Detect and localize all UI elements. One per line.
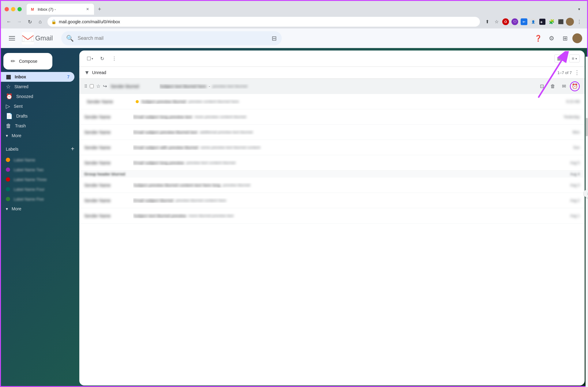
back-btn[interactable]: ←: [5, 17, 13, 26]
sidebar-item-sent[interactable]: ▷ Sent: [1, 101, 74, 111]
trash-icon: 🗑: [6, 123, 11, 129]
email-row-2[interactable]: Sender Name Subject preview blurred prev…: [79, 94, 585, 109]
sidebar-item-snoozed[interactable]: ⏰ Snoozed: [1, 92, 74, 101]
email-content-6: Email subject long preview preview text …: [133, 160, 568, 165]
mark-unread-btn-1[interactable]: ✉: [559, 81, 569, 91]
email-group-title-1: Group header blurred: [84, 172, 125, 176]
sidebar-bottom-more[interactable]: ▾ More: [1, 204, 74, 214]
split-view-icon[interactable]: ⬛: [556, 17, 565, 26]
list-view-btn[interactable]: ≡ ▾: [569, 54, 580, 62]
opera-icon[interactable]: O: [501, 17, 510, 26]
minimize-window-btn[interactable]: [11, 7, 15, 11]
default-view-btn[interactable]: ▦ ▾: [554, 54, 567, 62]
tab-close-btn[interactable]: ✕: [85, 6, 90, 12]
select-dropdown-arrow[interactable]: ▾: [92, 57, 93, 60]
browser-chevron-btn[interactable]: ▾: [575, 5, 583, 13]
email-subject-3: Email subject long preview text: [133, 115, 192, 119]
sent-label: Sent: [14, 104, 70, 109]
more-chevron-icon: ▾: [6, 133, 8, 138]
email-row-8[interactable]: Sender Name Email subject blurred previe…: [79, 193, 585, 208]
new-tab-btn[interactable]: +: [95, 5, 104, 13]
sidebar-item-inbox[interactable]: ▦ Inbox 7: [1, 72, 74, 82]
archive-btn-1[interactable]: ⊡: [537, 81, 547, 91]
email-snooze-1[interactable]: ↪: [103, 83, 107, 89]
label-color-dot-5: [6, 197, 10, 201]
email-checkbox-1[interactable]: [90, 84, 94, 88]
email-time-6: Aug 5: [570, 161, 580, 165]
search-input[interactable]: [77, 36, 268, 41]
label-item-2[interactable]: Label Name Two: [1, 165, 74, 175]
home-btn[interactable]: ⌂: [36, 17, 44, 26]
svg-text:👤: 👤: [531, 20, 535, 24]
browser-tab[interactable]: M Inbox (7) - ✕: [27, 4, 94, 15]
email-row-4[interactable]: Sender Name Email subject preview blurre…: [79, 125, 585, 140]
sidebar-item-more[interactable]: ▾ More: [1, 131, 74, 141]
maximize-window-btn[interactable]: [17, 7, 22, 11]
search-filter-icon[interactable]: ⊟: [272, 35, 277, 42]
email-subject-7: Subject preview blurred content text her…: [133, 183, 221, 188]
reload-btn[interactable]: ↻: [25, 17, 34, 26]
sidebar-item-starred[interactable]: ☆ Starred: [1, 82, 74, 92]
list-chevron-icon: ▾: [575, 57, 577, 60]
extension1-icon[interactable]: 9+: [520, 17, 528, 26]
hamburger-menu-btn[interactable]: [6, 32, 18, 44]
label-item-5[interactable]: Label Name Five: [1, 194, 74, 204]
drafts-icon: 📄: [6, 113, 13, 119]
email-sender-3: Sender Name: [84, 115, 133, 119]
label-item-3[interactable]: Label Name Three: [1, 175, 74, 184]
share-icon[interactable]: ⬆: [483, 17, 492, 26]
sidebar: ✏ Compose ▦ Inbox 7 ☆ Starred ⏰ Snoozed: [1, 48, 79, 387]
labels-add-btn[interactable]: +: [71, 145, 74, 152]
extension2-icon[interactable]: 👤: [529, 17, 537, 26]
apps-btn[interactable]: ⊞: [559, 32, 571, 44]
label-item-4[interactable]: Label Name Four: [1, 184, 74, 194]
section-collapse-btn[interactable]: ▼: [84, 70, 90, 76]
email-row-9[interactable]: Sender Name Subject text blurred preview…: [79, 208, 585, 224]
email-preview-7: preview blurred: [223, 183, 568, 187]
refresh-btn[interactable]: ↻: [96, 53, 107, 64]
browser-menu-btn[interactable]: ⋮: [575, 17, 583, 26]
select-all-checkbox[interactable]: ☐ ▾: [84, 53, 95, 64]
snooze-btn-1[interactable]: ⏰: [570, 81, 580, 91]
account-avatar[interactable]: [572, 33, 582, 43]
email-star-1[interactable]: ☆: [96, 83, 100, 89]
email-row-5[interactable]: Sender Name Email subject with preview b…: [79, 140, 585, 155]
bottom-more-chevron-icon: ▾: [6, 206, 8, 211]
email-row-1[interactable]: ⠿ ☆ ↪ Sender blurred Subject text blurre…: [79, 79, 585, 94]
svg-text:◈: ◈: [540, 20, 543, 24]
settings-btn[interactable]: ⚙: [545, 32, 558, 44]
email-row-6[interactable]: Sender Name Email subject long preview p…: [79, 155, 585, 171]
more-actions-btn[interactable]: ⋮: [109, 53, 120, 64]
inbox-badge: 7: [63, 74, 70, 79]
bookmark-icon[interactable]: ☆: [492, 17, 501, 26]
address-bar[interactable]: 🔒 mail.google.com/mail/u/0/#inbox: [47, 17, 480, 27]
label-item-1[interactable]: Label Name: [1, 155, 74, 165]
ssl-icon: 🔒: [51, 19, 56, 24]
profile-icon[interactable]: [566, 17, 574, 26]
sidebar-item-drafts[interactable]: 📄 Drafts: [1, 111, 74, 121]
email-row-1-actions: ⊡ 🗑 ✉ ⏰: [537, 81, 580, 91]
list-view-icon: ≡: [572, 56, 574, 61]
email-row-3[interactable]: Sender Name Email subject long preview t…: [79, 109, 585, 125]
email-subject-4: Email subject preview blurred text: [133, 130, 197, 135]
extensions-icon[interactable]: 🧩: [547, 17, 556, 26]
help-btn[interactable]: ❓: [532, 32, 544, 44]
email-preview-9: more blurred preview text: [189, 213, 568, 218]
gmail-header: Gmail 🔍 ⊟ ❓ ⚙ ⊞: [1, 28, 587, 48]
close-window-btn[interactable]: [5, 7, 9, 11]
group-date-1: Aug 4: [570, 172, 580, 176]
email-row-7[interactable]: Sender Name Subject preview blurred cont…: [79, 178, 585, 193]
view-toggle: ▦ ▾ ≡ ▾: [554, 54, 580, 62]
vpn-icon[interactable]: 🛡: [511, 17, 519, 26]
section-more-btn[interactable]: ⋮: [574, 69, 580, 76]
svg-rect-6: [9, 36, 15, 37]
delete-btn-1[interactable]: 🗑: [548, 81, 558, 91]
forward-btn[interactable]: →: [15, 17, 24, 26]
search-bar[interactable]: 🔍 ⊟: [61, 31, 282, 45]
sidebar-item-trash[interactable]: 🗑 Trash: [1, 121, 74, 131]
tab-favicon: M: [30, 7, 35, 12]
extension3-icon[interactable]: ◈: [538, 17, 547, 26]
email-content-8: Email subject blurred preview blurred co…: [133, 198, 568, 203]
inbox-label: Inbox: [15, 74, 60, 79]
compose-button[interactable]: ✏ Compose: [3, 53, 52, 70]
